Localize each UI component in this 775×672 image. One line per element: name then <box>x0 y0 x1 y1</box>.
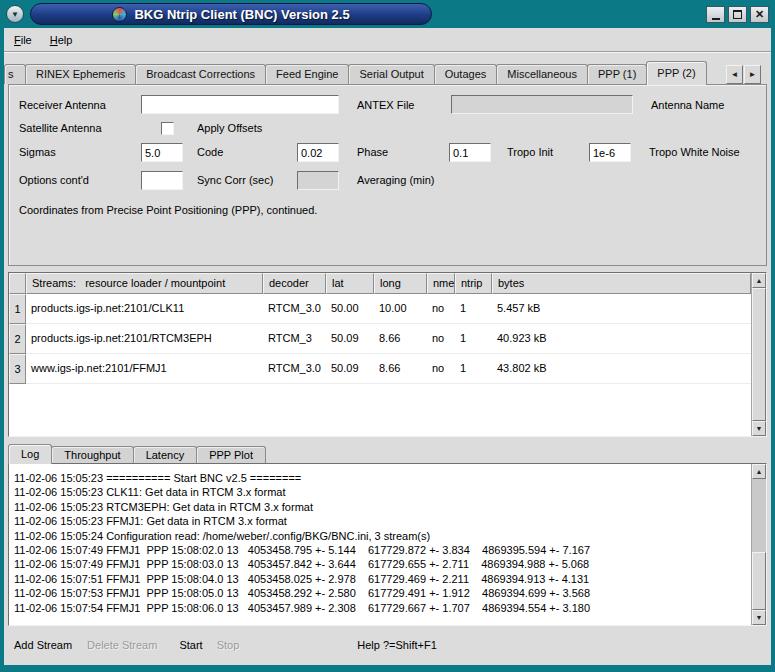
antenna-name-label: Antenna Name <box>651 96 724 115</box>
window-menu-button[interactable]: ▼ <box>6 5 24 23</box>
sigmas-label: Sigmas <box>19 143 56 162</box>
phase-label: Phase <box>357 143 388 162</box>
delete-stream-button: Delete Stream <box>87 639 157 651</box>
satellite-antenna-label: Satellite Antenna <box>19 119 102 138</box>
tropo-init-input[interactable] <box>449 143 491 162</box>
app-area: File Help s RINEX Ephemeris Broadcast Co… <box>4 28 771 665</box>
table-row[interactable]: 1 products.igs-ip.net:2101/CLK11 RTCM_3.… <box>9 294 751 324</box>
col-header-decoder[interactable]: decoder <box>263 273 326 294</box>
sigma-phase-input[interactable] <box>297 143 339 162</box>
add-stream-button[interactable]: Add Stream <box>14 639 72 651</box>
cell-decoder: RTCM_3.0 <box>263 294 326 324</box>
tab-scroll-buttons: ◄ ► <box>726 65 761 84</box>
receiver-antenna-label: Receiver Antenna <box>19 96 106 115</box>
cell-bytes: 40.923 kB <box>492 324 751 354</box>
col-header-lat[interactable]: lat <box>326 273 374 294</box>
table-row[interactable]: 2 products.igs-ip.net:2101/RTCM3EPH RTCM… <box>9 324 751 354</box>
sigma-code-input[interactable] <box>141 143 183 162</box>
minimize-button[interactable] <box>706 6 725 23</box>
streams-table: Streams: resource loader / mountpoint de… <box>8 272 767 437</box>
cell-ntrip: 1 <box>455 324 492 354</box>
maximize-button[interactable] <box>728 6 747 23</box>
cell-lat: 50.00 <box>326 294 374 324</box>
cell-mountpoint: www.igs-ip.net:2101/FFMJ1 <box>26 354 263 384</box>
receiver-antenna-input[interactable] <box>141 95 339 114</box>
tab-latency[interactable]: Latency <box>133 446 198 463</box>
apply-offsets-label: Apply Offsets <box>197 119 262 138</box>
log-scrollbar[interactable]: ▲ ▼ <box>751 464 766 625</box>
scrollbar-thumb[interactable] <box>752 552 766 610</box>
output-tabbar: Log Throughput Latency PPP Plot <box>8 443 771 463</box>
tab-scroll-right-icon[interactable]: ► <box>744 65 761 84</box>
streams-table-scrollbar[interactable]: ▲ ▼ <box>751 273 766 436</box>
col-header-ntrip[interactable]: ntrip <box>455 273 492 294</box>
apply-offsets-checkbox[interactable] <box>161 122 174 135</box>
cell-ntrip: 1 <box>455 294 492 324</box>
log-line: 11-02-06 15:05:23 CLK11: Get data in RTC… <box>14 485 749 499</box>
ppp2-pane: Receiver Antenna ANTEX File Antenna Name… <box>8 84 767 266</box>
cell-long: 8.66 <box>374 324 427 354</box>
antex-file-label: ANTEX File <box>357 96 414 115</box>
title-pill: BKG Ntrip Client (BNC) Version 2.5 <box>30 3 432 25</box>
col-header-bytes[interactable]: bytes <box>492 273 751 294</box>
options-contd-input[interactable] <box>141 171 183 190</box>
scroll-up-icon[interactable]: ▲ <box>752 273 766 288</box>
tropo-white-noise-label: Tropo White Noise <box>649 143 740 162</box>
tab-clipped[interactable]: s <box>4 64 26 84</box>
menu-file[interactable]: File <box>14 34 32 46</box>
sync-corr-label: Sync Corr (sec) <box>197 171 273 190</box>
tab-ppp-1[interactable]: PPP (1) <box>587 64 647 84</box>
averaging-label: Averaging (min) <box>357 171 434 190</box>
tab-outages[interactable]: Outages <box>434 64 498 84</box>
cell-mountpoint: products.igs-ip.net:2101/RTCM3EPH <box>26 324 263 354</box>
header-corner <box>9 273 26 294</box>
scrollbar-thumb[interactable] <box>752 288 766 421</box>
cell-bytes: 43.802 kB <box>492 354 751 384</box>
options-contd-label: Options cont'd <box>19 171 89 190</box>
scroll-down-icon[interactable]: ▼ <box>752 610 766 625</box>
action-bar: Add Stream Delete Stream Start Stop Help… <box>4 626 771 664</box>
close-icon: ✕ <box>755 9 764 20</box>
tab-scroll-left-icon[interactable]: ◄ <box>726 65 743 84</box>
window-title: BKG Ntrip Client (BNC) Version 2.5 <box>134 7 349 22</box>
col-header-mountpoint[interactable]: Streams: resource loader / mountpoint <box>26 273 263 294</box>
tab-log[interactable]: Log <box>8 444 52 464</box>
close-button[interactable]: ✕ <box>750 6 769 23</box>
log-line: 11-02-06 15:07:53 FFMJ1 PPP 15:08:05.0 1… <box>14 586 749 600</box>
tab-ppp-plot[interactable]: PPP Plot <box>196 446 266 463</box>
col-header-nmea[interactable]: nmea <box>427 273 455 294</box>
cell-decoder: RTCM_3 <box>263 324 326 354</box>
menu-help[interactable]: Help <box>50 34 73 46</box>
tab-serial-output[interactable]: Serial Output <box>348 64 434 84</box>
row-number: 2 <box>9 324 26 354</box>
tab-throughput[interactable]: Throughput <box>51 446 133 463</box>
tab-miscellaneous[interactable]: Miscellaneous <box>496 64 588 84</box>
bnc-window: ▼ BKG Ntrip Client (BNC) Version 2.5 ✕ F… <box>0 0 775 672</box>
log-line: 11-02-06 15:07:49 FFMJ1 PPP 15:08:02.0 1… <box>14 543 749 557</box>
col-header-long[interactable]: long <box>374 273 427 294</box>
tab-feed-engine[interactable]: Feed Engine <box>265 64 349 84</box>
cell-long: 8.66 <box>374 354 427 384</box>
minimize-icon <box>712 18 720 20</box>
help-button[interactable]: Help ?=Shift+F1 <box>357 639 437 651</box>
sync-corr-input <box>297 171 339 190</box>
scroll-down-icon[interactable]: ▼ <box>752 421 766 436</box>
config-tabbar: s RINEX Ephemeris Broadcast Corrections … <box>4 58 771 84</box>
titlebar[interactable]: ▼ BKG Ntrip Client (BNC) Version 2.5 ✕ <box>0 0 775 28</box>
log-line: 11-02-06 15:05:23 RTCM3EPH: Get data in … <box>14 500 749 514</box>
cell-nmea: no <box>427 354 455 384</box>
tab-rinex-ephemeris[interactable]: RINEX Ephemeris <box>25 64 136 84</box>
tab-ppp-2[interactable]: PPP (2) <box>646 61 706 85</box>
tropo-white-noise-input[interactable] <box>589 143 631 162</box>
tab-broadcast-corrections[interactable]: Broadcast Corrections <box>135 64 266 84</box>
window-controls: ✕ <box>706 6 769 23</box>
stop-button: Stop <box>217 639 240 651</box>
row-number: 3 <box>9 354 26 384</box>
cell-mountpoint: products.igs-ip.net:2101/CLK11 <box>26 294 263 324</box>
code-label: Code <box>197 143 223 162</box>
cell-nmea: no <box>427 324 455 354</box>
table-row[interactable]: 3 www.igs-ip.net:2101/FFMJ1 RTCM_3.0 50.… <box>9 354 751 384</box>
start-button[interactable]: Start <box>179 639 202 651</box>
scroll-up-icon[interactable]: ▲ <box>752 464 766 479</box>
cell-decoder: RTCM_3.0 <box>263 354 326 384</box>
